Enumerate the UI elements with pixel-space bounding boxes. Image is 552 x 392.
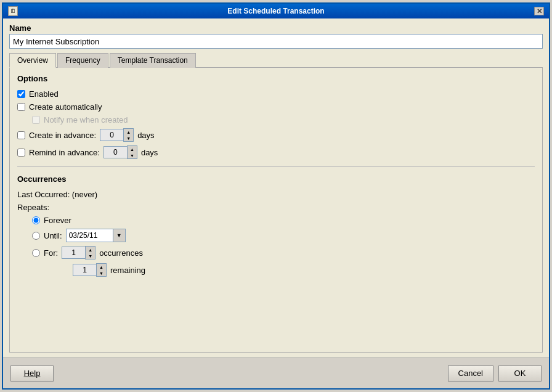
create-advance-checkbox[interactable] xyxy=(17,131,25,139)
window-icon: 🗓 xyxy=(8,6,18,16)
options-title: Options xyxy=(17,74,535,83)
remind-advance-input[interactable] xyxy=(104,146,127,158)
remind-advance-unit: days xyxy=(141,148,158,157)
tab-template[interactable]: Template Transaction xyxy=(110,53,196,68)
remind-advance-spin-buttons: ▲ ▼ xyxy=(127,145,137,159)
create-advance-spinbox: ▲ ▼ xyxy=(100,128,134,142)
section-divider xyxy=(17,166,535,167)
forever-row: Forever xyxy=(32,216,535,225)
for-up[interactable]: ▲ xyxy=(86,247,95,253)
remind-advance-label: Remind in advance: xyxy=(29,148,100,157)
until-label: Until: xyxy=(44,231,62,240)
remind-advance-spinbox: ▲ ▼ xyxy=(104,145,137,159)
titlebar: 🗓 Edit Scheduled Transaction ✕ xyxy=(3,4,549,18)
options-section: Options Enabled Create automatically xyxy=(17,74,535,159)
create-auto-row: Create automatically xyxy=(17,102,535,112)
enabled-checkbox[interactable] xyxy=(17,90,25,98)
create-advance-row: Create in advance: ▲ ▼ days xyxy=(17,128,535,142)
create-auto-checkbox[interactable] xyxy=(17,103,25,111)
until-date-input[interactable] xyxy=(67,229,113,242)
for-radio[interactable] xyxy=(32,249,40,257)
titlebar-buttons: ✕ xyxy=(534,7,544,15)
notify-row: Notify me when created xyxy=(32,115,535,125)
create-auto-label: Create automatically xyxy=(29,102,102,112)
until-row: Until: ▼ xyxy=(32,229,535,242)
help-button[interactable]: Help xyxy=(10,365,54,382)
remaining-row: ▲ ▼ remaining xyxy=(73,263,535,277)
for-input[interactable] xyxy=(62,247,85,259)
footer-right: Cancel OK xyxy=(448,365,542,382)
close-button[interactable]: ✕ xyxy=(534,7,544,15)
footer: Help Cancel OK xyxy=(3,357,549,388)
for-down[interactable]: ▼ xyxy=(86,253,95,259)
cancel-button[interactable]: Cancel xyxy=(448,365,493,382)
notify-label: Notify me when created xyxy=(44,115,128,125)
remind-advance-checkbox[interactable] xyxy=(17,149,25,157)
enabled-row: Enabled xyxy=(17,89,535,99)
create-advance-input[interactable] xyxy=(100,129,123,141)
enabled-label: Enabled xyxy=(29,89,59,99)
repeats-label: Repeats: xyxy=(17,203,535,212)
create-advance-unit: days xyxy=(137,131,154,140)
forever-radio[interactable] xyxy=(32,216,40,224)
remind-advance-row: Remind in advance: ▲ ▼ days xyxy=(17,145,535,159)
last-occurred: Last Occurred: (never) xyxy=(17,190,535,199)
occurrences-section: Occurrences Last Occurred: (never) Repea… xyxy=(17,174,535,277)
name-input[interactable] xyxy=(9,34,543,49)
name-label: Name xyxy=(9,23,543,33)
create-advance-label: Create in advance: xyxy=(29,131,96,140)
until-radio[interactable] xyxy=(32,232,40,240)
tab-frequency[interactable]: Frequency xyxy=(57,53,108,68)
tab-bar: Overview Frequency Template Transaction xyxy=(9,52,543,68)
occurrences-title: Occurrences xyxy=(17,174,535,184)
tabs-container: Overview Frequency Template Transaction … xyxy=(9,52,543,353)
create-advance-up[interactable]: ▲ xyxy=(124,129,133,135)
remaining-unit: remaining xyxy=(110,266,145,275)
date-dropdown-button[interactable]: ▼ xyxy=(113,229,125,242)
create-advance-down[interactable]: ▼ xyxy=(124,135,133,141)
remind-advance-up[interactable]: ▲ xyxy=(128,146,137,152)
remaining-up[interactable]: ▲ xyxy=(97,264,106,270)
window-title: Edit Scheduled Transaction xyxy=(227,7,324,15)
remaining-spinbox: ▲ ▼ xyxy=(73,263,107,277)
remind-advance-down[interactable]: ▼ xyxy=(128,152,137,158)
remaining-spin-buttons: ▲ ▼ xyxy=(96,263,107,277)
for-row: For: ▲ ▼ occurrences xyxy=(32,246,535,259)
dialog-window: 🗓 Edit Scheduled Transaction ✕ Name Over… xyxy=(2,2,550,390)
ok-button[interactable]: OK xyxy=(498,365,542,382)
for-label: For: xyxy=(44,248,58,258)
create-advance-spin-buttons: ▲ ▼ xyxy=(123,128,134,142)
for-spin-buttons: ▲ ▼ xyxy=(85,246,95,259)
name-field-group: Name xyxy=(9,23,543,49)
tab-overview[interactable]: Overview xyxy=(9,53,56,68)
remaining-down[interactable]: ▼ xyxy=(97,270,106,276)
forever-label: Forever xyxy=(44,216,71,225)
tab-content-overview: Options Enabled Create automatically xyxy=(9,68,543,353)
until-date-container: ▼ xyxy=(66,229,126,242)
for-spinbox: ▲ ▼ xyxy=(62,246,95,259)
remaining-input[interactable] xyxy=(73,264,96,276)
content-area: Name Overview Frequency Template Transac… xyxy=(3,18,549,357)
for-unit: occurrences xyxy=(99,248,143,258)
notify-checkbox[interactable] xyxy=(32,116,40,124)
